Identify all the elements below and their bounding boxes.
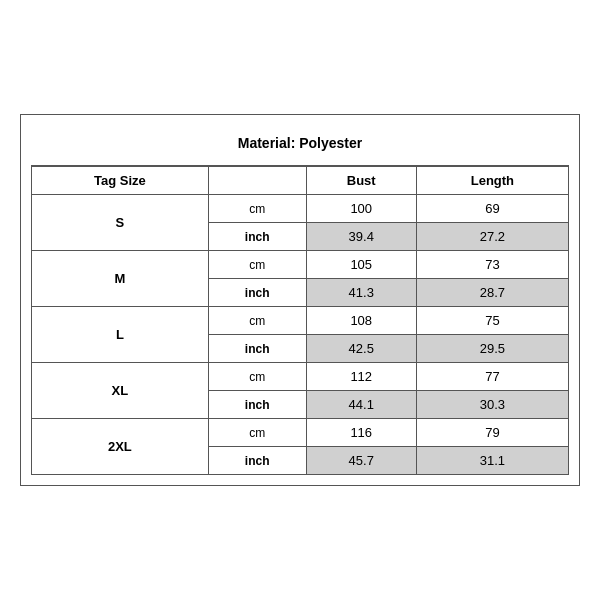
table-row: 2XLcm11679	[32, 419, 569, 447]
length-inch: 29.5	[416, 335, 568, 363]
bust-inch: 45.7	[306, 447, 416, 475]
bust-cm: 105	[306, 251, 416, 279]
length-inch: 27.2	[416, 223, 568, 251]
unit-cm: cm	[208, 251, 306, 279]
length-inch: 31.1	[416, 447, 568, 475]
length-cm: 75	[416, 307, 568, 335]
unit-inch: inch	[208, 447, 306, 475]
chart-title: Material: Polyester	[31, 125, 569, 166]
unit-cm: cm	[208, 307, 306, 335]
unit-cm: cm	[208, 363, 306, 391]
length-cm: 73	[416, 251, 568, 279]
length-cm: 79	[416, 419, 568, 447]
header-tag-size: Tag Size	[32, 167, 209, 195]
size-chart-container: Material: Polyester Tag Size Bust Length…	[20, 114, 580, 486]
unit-inch: inch	[208, 335, 306, 363]
unit-inch: inch	[208, 391, 306, 419]
length-inch: 28.7	[416, 279, 568, 307]
unit-cm: cm	[208, 195, 306, 223]
tag-size-cell: 2XL	[32, 419, 209, 475]
header-unit-col	[208, 167, 306, 195]
bust-inch: 39.4	[306, 223, 416, 251]
length-inch: 30.3	[416, 391, 568, 419]
tag-size-cell: M	[32, 251, 209, 307]
table-row: Mcm10573	[32, 251, 569, 279]
size-table: Tag Size Bust Length Scm10069inch39.427.…	[31, 166, 569, 475]
length-cm: 77	[416, 363, 568, 391]
length-cm: 69	[416, 195, 568, 223]
table-row: Scm10069	[32, 195, 569, 223]
bust-inch: 41.3	[306, 279, 416, 307]
unit-inch: inch	[208, 223, 306, 251]
bust-inch: 42.5	[306, 335, 416, 363]
bust-cm: 100	[306, 195, 416, 223]
tag-size-cell: L	[32, 307, 209, 363]
bust-cm: 108	[306, 307, 416, 335]
table-row: XLcm11277	[32, 363, 569, 391]
bust-cm: 116	[306, 419, 416, 447]
bust-cm: 112	[306, 363, 416, 391]
tag-size-cell: XL	[32, 363, 209, 419]
header-length: Length	[416, 167, 568, 195]
unit-inch: inch	[208, 279, 306, 307]
table-row: Lcm10875	[32, 307, 569, 335]
header-bust: Bust	[306, 167, 416, 195]
bust-inch: 44.1	[306, 391, 416, 419]
tag-size-cell: S	[32, 195, 209, 251]
unit-cm: cm	[208, 419, 306, 447]
